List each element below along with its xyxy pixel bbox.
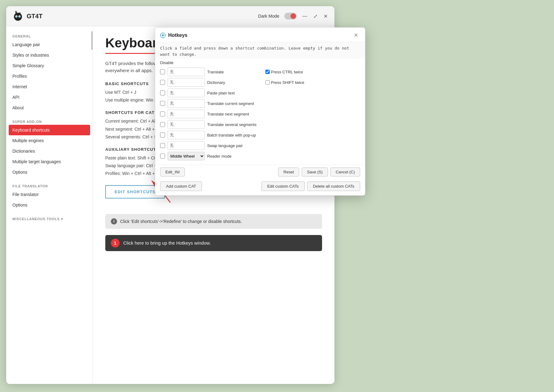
minimize-button[interactable]: —	[302, 13, 308, 20]
hotkey-label-dictionary: Dictionary	[207, 80, 263, 85]
reset-button[interactable]: Reset	[278, 168, 299, 176]
sidebar-item-multiple-engines[interactable]: Multiple engines	[6, 135, 93, 146]
sidebar-item-simple-glossary[interactable]: Simple Glossary	[6, 60, 93, 71]
svg-point-8	[15, 11, 17, 12]
hotkey-ctrl-twice-label: Press CTRL twice	[271, 70, 303, 74]
info-text: Click 'Edit shortcuts'->'Redefine' to ch…	[120, 219, 242, 224]
hotkey-row-paste: Paste plain text	[160, 89, 360, 97]
sidebar-item-dictionaries[interactable]: Dictionaries	[6, 146, 93, 156]
hotkey-input-dictionary[interactable]	[168, 78, 205, 87]
hotkey-label-next-segment: Translate next segment	[207, 112, 263, 116]
hotkey-label-paste: Paste plain text	[207, 91, 263, 95]
modal-actions-row1: Edit_INI Reset Save (S) Cancel (C)	[155, 165, 365, 179]
hotkey-label-current-segment: Translate current segment	[207, 101, 263, 106]
edit-custom-cats-button[interactable]: Edit custom CATs	[261, 181, 305, 191]
hotkey-label-batch: Batch translate with pop-up	[207, 133, 263, 137]
sidebar-item-language-pair[interactable]: Language pair	[6, 39, 93, 50]
modal-title: Hotkeys	[168, 33, 187, 38]
sidebar-item-about[interactable]: About	[6, 102, 93, 113]
tooltip-text: Click here to bring up the Hotkeys windo…	[123, 240, 211, 246]
hotkey-disable-reader[interactable]	[160, 154, 165, 159]
save-button[interactable]: Save (S)	[302, 168, 328, 176]
sidebar-item-multiple-target[interactable]: Multiple target languages	[6, 156, 93, 167]
delete-all-cats-button[interactable]: Delete all custom CATs	[307, 181, 360, 191]
hotkey-input-swap[interactable]	[168, 141, 205, 150]
step-badge: 1	[111, 239, 120, 247]
hotkey-disable-translate[interactable]	[160, 69, 165, 74]
sidebar-superaddon-heading: SUPER ADD-ON	[6, 117, 93, 125]
svg-point-4	[19, 16, 20, 17]
dark-mode-toggle[interactable]	[284, 13, 297, 20]
hotkey-input-batch[interactable]	[168, 131, 205, 139]
sidebar-general-heading: GENERAL	[6, 31, 93, 39]
sidebar-item-profiles[interactable]: Profiles	[6, 71, 93, 81]
info-box: i Click 'Edit shortcuts'->'Redefine' to …	[105, 214, 322, 229]
edit-ini-button[interactable]: Edit_INI	[160, 168, 185, 176]
hotkey-row-batch-translate: Batch translate with pop-up	[160, 131, 360, 139]
hotkey-disable-several-segments[interactable]	[160, 122, 165, 127]
info-icon: i	[111, 218, 117, 224]
hotkey-label-swap: Swap language pair	[207, 143, 263, 148]
hotkey-label-several-segments: Translate several segments	[207, 122, 263, 127]
sidebar-item-options-file[interactable]: Options	[6, 200, 93, 210]
dark-mode-label: Dark Mode	[258, 14, 279, 19]
title-bar-left: GT4T	[12, 11, 42, 22]
sidebar-misc-heading[interactable]: MISCELLANEOUS TOOLS ▾	[6, 214, 93, 222]
hotkey-disable-batch[interactable]	[160, 133, 165, 137]
maximize-button[interactable]: ⤢	[313, 13, 318, 20]
hotkey-row-translate: Translate Press CTRL twice	[160, 68, 360, 76]
close-button[interactable]: ✕	[323, 13, 328, 20]
sidebar-filetranslator-heading: FILE TRANSLATOR	[6, 181, 93, 189]
hotkey-disable-current-segment[interactable]	[160, 101, 165, 106]
hotkey-disable-paste[interactable]	[160, 90, 165, 95]
modal-rows: Translate Press CTRL twice Dictionary Pr…	[155, 66, 365, 165]
svg-rect-5	[15, 12, 16, 15]
hotkey-input-next-segment[interactable]	[168, 110, 205, 118]
hotkeys-modal: Hotkeys ✕ Click a field and press down a…	[155, 27, 365, 196]
hotkey-row-reader-mode: Middle Wheel Other Reader mode	[160, 152, 360, 160]
hotkey-input-translate[interactable]	[168, 68, 205, 76]
toggle-knob	[290, 13, 296, 19]
modal-close-button[interactable]: ✕	[352, 31, 360, 39]
svg-rect-6	[20, 12, 20, 15]
hotkey-disable-dictionary[interactable]	[160, 80, 165, 85]
hotkey-row-next-segment: Translate next segment	[160, 110, 360, 118]
hotkey-input-paste[interactable]	[168, 89, 205, 97]
logo-icon	[12, 11, 24, 22]
hotkey-disable-next-segment[interactable]	[160, 111, 165, 116]
hotkey-input-current-segment[interactable]	[168, 99, 205, 108]
hotkey-shift-twice-label: Press SHIFT twice	[271, 80, 304, 85]
add-custom-cat-button[interactable]: Add custom CAT	[160, 181, 202, 191]
sidebar-item-keyboard-shortcuts[interactable]: Keyboard shortcuts	[9, 125, 90, 135]
sidebar-item-options-super[interactable]: Options	[6, 167, 93, 177]
modal-actions-row2: Add custom CAT Edit custom CATs Delete a…	[155, 179, 365, 195]
sidebar-item-styles-industries[interactable]: Styles or industries	[6, 50, 93, 60]
hotkey-select-reader[interactable]: Middle Wheel Other	[168, 152, 205, 160]
cancel-button[interactable]: Cancel (C)	[330, 168, 360, 176]
sidebar-item-internet[interactable]: Internet	[6, 81, 93, 92]
hotkeys-icon	[160, 33, 166, 38]
modal-header: Hotkeys ✕	[155, 28, 365, 42]
sidebar: GENERAL Language pair Styles or industri…	[6, 26, 93, 384]
hotkey-label-translate: Translate	[207, 70, 263, 74]
hotkey-row-dictionary: Dictionary Press SHIFT twice	[160, 78, 360, 87]
hotkey-ctrl-twice-check[interactable]	[265, 70, 270, 74]
svg-point-3	[16, 16, 17, 17]
modal-instruction: Click a field and press down a shortcut …	[155, 42, 365, 59]
hotkey-shift-twice-check[interactable]	[265, 80, 270, 85]
hotkey-row-swap: Swap language pair	[160, 141, 360, 150]
svg-point-0	[14, 13, 22, 21]
hotkey-disable-swap[interactable]	[160, 143, 165, 148]
hotkey-extra-translate: Press CTRL twice	[265, 70, 303, 74]
hotkey-extra-dictionary: Press SHIFT twice	[265, 80, 304, 85]
sidebar-item-api[interactable]: API	[6, 92, 93, 102]
hotkey-row-several-segments: Translate several segments	[160, 120, 360, 129]
hotkey-label-reader: Reader mode	[207, 154, 263, 159]
modal-disable-label: Disable	[155, 59, 365, 66]
hotkey-input-several-segments[interactable]	[168, 120, 205, 129]
title-bar: GT4T Dark Mode — ⤢ ✕	[6, 6, 334, 26]
hotkeys-tooltip: 1 Click here to bring up the Hotkeys win…	[105, 235, 322, 251]
title-bar-right: Dark Mode — ⤢ ✕	[258, 13, 328, 20]
sidebar-item-file-translator[interactable]: File translator	[6, 189, 93, 200]
hotkey-row-current-segment: Translate current segment	[160, 99, 360, 108]
